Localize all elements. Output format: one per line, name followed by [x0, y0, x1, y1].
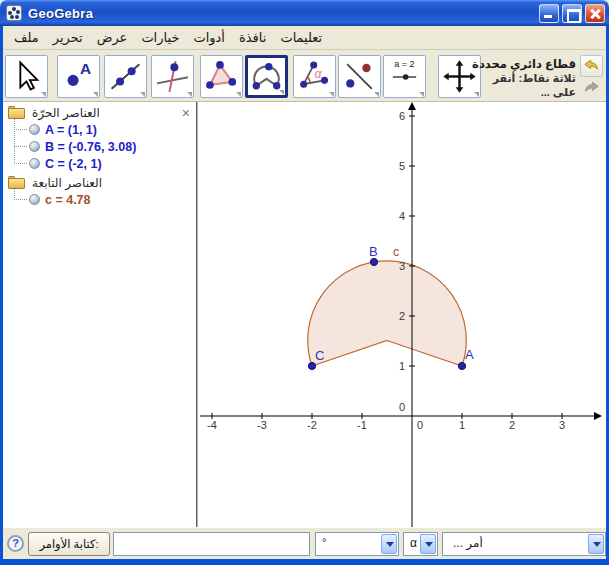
tool-slider-button[interactable]: a = 2 — [383, 55, 426, 98]
graphics-view[interactable]: -4-3-2-101230123456cABC — [198, 102, 606, 527]
point-icon: A — [60, 58, 97, 95]
tree-connector — [14, 146, 27, 147]
toolbar: A — [3, 50, 606, 102]
visibility-marble-icon[interactable] — [29, 194, 40, 205]
free-objects-list: A = (1, 1)B = (-0.76, 3.08)C = (-2, 1) — [3, 121, 196, 172]
tool-help-title: قطاع دائري محددة — [471, 57, 576, 71]
tool-perpendicular-line-button[interactable] — [151, 55, 194, 98]
y-axis-arrow — [408, 102, 416, 110]
line-two-points-icon — [107, 58, 144, 95]
point-B[interactable] — [370, 258, 377, 265]
tool-polygon-button[interactable] — [200, 55, 243, 98]
sector-label-c: c — [393, 245, 399, 259]
tool-reflect-button[interactable] — [338, 55, 381, 98]
close-button[interactable] — [585, 4, 605, 23]
y-tick-label: 4 — [399, 210, 405, 222]
undo-icon — [581, 56, 602, 76]
x-tick-label: -2 — [307, 419, 317, 431]
x-tick-label: -1 — [357, 419, 367, 431]
command-input[interactable] — [113, 532, 310, 556]
menu-item-file[interactable]: ملف — [7, 27, 46, 48]
command-input-label-button[interactable]: كتابة الأوامر: — [28, 532, 110, 556]
point-label-C: C — [315, 348, 324, 363]
slider-icon: a = 2 — [386, 58, 423, 70]
input-bar: ? كتابة الأوامر: ° α أمر ... — [3, 527, 606, 559]
algebra-item-value: C = (-2, 1) — [45, 157, 102, 171]
menu-item-options[interactable]: خيارات — [134, 27, 186, 48]
tree-connector — [14, 199, 27, 200]
y-tick-label: 1 — [399, 360, 405, 372]
tool-point-button[interactable]: A — [57, 55, 100, 98]
tool-circular-sector-button[interactable] — [245, 55, 288, 98]
x-tick-label: 1 — [459, 419, 465, 431]
redo-button[interactable] — [580, 77, 603, 99]
degree-symbol-dropdown[interactable]: ° — [315, 532, 399, 556]
help-icon[interactable]: ? — [7, 535, 24, 552]
minimize-button[interactable] — [539, 4, 559, 23]
tool-angle-button[interactable]: α — [293, 55, 336, 98]
free-objects-label: العناصر الحرّة — [32, 106, 100, 120]
y-tick-label: 3 — [399, 260, 405, 272]
point-A[interactable] — [458, 362, 465, 369]
command-list-value: أمر ... — [453, 536, 585, 550]
polygon-icon — [203, 58, 240, 95]
visibility-marble-icon[interactable] — [29, 158, 40, 169]
point-label-A: A — [465, 347, 474, 362]
tool-move-button[interactable] — [5, 55, 48, 98]
menu-item-view[interactable]: عرض — [90, 27, 135, 48]
menu-bar: ملفتحريرعرضخياراتأدواتنافذةتعليمات — [3, 26, 606, 50]
dependent-objects-header[interactable]: العناصر التابعة — [3, 174, 196, 191]
dependent-objects-list: c = 4.78 — [3, 191, 196, 208]
x-tick-label-zero: 0 — [417, 419, 423, 431]
tree-connector — [14, 163, 27, 164]
redo-icon — [581, 78, 602, 98]
chevron-down-icon[interactable] — [381, 534, 397, 554]
title-bar[interactable]: GeoGebra — [0, 0, 609, 26]
x-tick-label: 3 — [559, 419, 565, 431]
free-objects-group: العناصر الحرّة A = (1, 1)B = (-0.76, 3.0… — [3, 104, 196, 172]
tool-help-text: قطاع دائري محددة ثلاثة نقاط: أنقر على ..… — [471, 57, 576, 99]
menu-item-window[interactable]: نافذة — [232, 27, 273, 48]
y-tick-label: 2 — [399, 310, 405, 322]
point-C[interactable] — [308, 362, 315, 369]
visibility-marble-icon[interactable] — [29, 141, 40, 152]
maximize-button[interactable] — [562, 4, 582, 23]
tree-connector — [14, 129, 27, 130]
perpendicular-line-icon — [154, 58, 191, 95]
tool-help-instruction: ثلاثة نقاط: أنقر على ... — [471, 71, 576, 99]
algebra-item-c[interactable]: c = 4.78 — [3, 191, 196, 208]
folder-icon — [8, 176, 25, 189]
y-tick-label-zero: 0 — [399, 401, 405, 413]
folder-icon — [8, 106, 25, 119]
chevron-down-icon[interactable] — [420, 534, 436, 554]
y-tick-label: 5 — [399, 160, 405, 172]
window-title: GeoGebra — [28, 6, 93, 21]
reflect-about-line-icon — [341, 58, 378, 95]
geogebra-window: GeoGebra ملفتحريرعرضخياراتأدواتنافذةتعلي… — [0, 0, 609, 565]
angle-icon: α — [296, 58, 333, 95]
algebra-item-A[interactable]: A = (1, 1) — [3, 121, 196, 138]
menu-item-tools[interactable]: أدوات — [186, 27, 232, 48]
algebra-item-value: c = 4.78 — [45, 193, 91, 207]
point-label-B: B — [369, 244, 378, 259]
chevron-down-icon[interactable] — [588, 534, 604, 554]
dependent-objects-group: العناصر التابعة c = 4.78 — [3, 174, 196, 208]
algebra-item-B[interactable]: B = (-0.76, 3.08) — [3, 138, 196, 155]
undo-button[interactable] — [580, 55, 603, 77]
cursor-arrow-icon — [8, 58, 45, 95]
x-tick-label: 2 — [509, 419, 515, 431]
degree-symbol-value: ° — [322, 536, 378, 548]
tool-line-button[interactable] — [104, 55, 147, 98]
menu-item-help[interactable]: تعليمات — [273, 27, 329, 48]
free-objects-header[interactable]: العناصر الحرّة — [3, 104, 196, 121]
menu-item-edit[interactable]: تحرير — [46, 27, 90, 48]
algebra-view: × العناصر الحرّة A = (1, 1)B = (-0.76, 3… — [3, 102, 198, 527]
algebra-item-C[interactable]: C = (-2, 1) — [3, 155, 196, 172]
greek-letter-dropdown[interactable]: α — [403, 532, 438, 556]
circular-sector-c[interactable] — [308, 261, 467, 366]
dependent-objects-label: العناصر التابعة — [32, 176, 102, 190]
x-axis-arrow — [594, 412, 602, 420]
visibility-marble-icon[interactable] — [29, 124, 40, 135]
command-list-dropdown[interactable]: أمر ... — [442, 532, 606, 556]
greek-letter-value: α — [410, 536, 417, 550]
